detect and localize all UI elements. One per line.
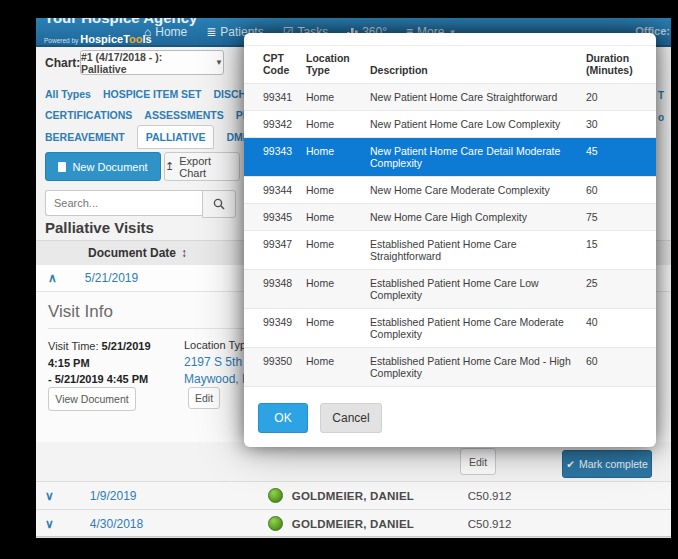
patient-name: GOLDMEIER, DANIEL xyxy=(292,518,468,530)
search-icon xyxy=(213,198,225,210)
visit-row: ∨ 4/30/2018 GOLDMEIER, DANIEL C50.912 xyxy=(36,509,671,537)
home-icon: ⌂ xyxy=(144,25,151,39)
powered-by-label: Powered by xyxy=(44,37,78,44)
document-icon xyxy=(58,162,66,172)
view-document-button[interactable]: View Document xyxy=(48,387,136,411)
status-green-icon xyxy=(268,516,283,531)
tab-hospice-item-set[interactable]: HOSPICE ITEM SET xyxy=(103,88,202,100)
divider xyxy=(48,328,244,329)
visit-date-link[interactable]: 1/9/2019 xyxy=(90,489,202,503)
cancel-button[interactable]: Cancel xyxy=(320,403,382,433)
cpt-row-99349[interactable]: 99349Home Established Patient Home Care … xyxy=(244,309,656,348)
chart-label: Chart: xyxy=(45,56,80,70)
edit-button-lower[interactable]: Edit xyxy=(460,448,496,475)
logo-o-icon: o xyxy=(129,33,136,45)
chevron-down-icon[interactable]: ∨ xyxy=(45,489,54,503)
tab-palliative[interactable]: PALLIATIVE xyxy=(137,125,215,149)
duration-column-header: Duration (Minutes) xyxy=(586,46,656,84)
search-input[interactable] xyxy=(45,190,202,216)
logo-o-icon: o xyxy=(136,33,143,45)
cpt-row-99344[interactable]: 99344Home New Home Care Moderate Complex… xyxy=(244,177,656,204)
diagnosis-code: C50.912 xyxy=(468,490,511,502)
patients-icon: ≣ xyxy=(206,25,216,39)
visit-info-title: Visit Info xyxy=(48,302,113,322)
cpt-code-dialog: CPT Code Location Type Description Durat… xyxy=(244,33,656,447)
nav-item-home[interactable]: ⌂ Home xyxy=(144,25,187,39)
cpt-row-99348[interactable]: 99348Home Established Patient Home Care … xyxy=(244,270,656,309)
edit-button[interactable]: Edit xyxy=(188,387,220,409)
chart-select-dropdown[interactable]: #1 (4/17/2018 - ): Palliative ▼ xyxy=(80,50,224,75)
location-type-column-header: Location Type xyxy=(306,46,370,84)
chart-select-value: #1 (4/17/2018 - ): Palliative xyxy=(81,51,207,75)
sort-icon: ↕ xyxy=(181,246,187,260)
address-line1-link[interactable]: 2197 S 5th a xyxy=(184,355,252,369)
chevron-up-icon[interactable]: ∧ xyxy=(48,271,57,285)
chevron-down-icon[interactable]: ∨ xyxy=(45,517,54,531)
cpt-code-table: CPT Code Location Type Description Durat… xyxy=(244,45,656,386)
document-date-column-header[interactable]: Document Date ↕ xyxy=(88,246,187,260)
cpt-row-99341[interactable]: 99341Home New Patient Home Care Straight… xyxy=(244,84,656,111)
tab-certifications[interactable]: CERTIFICATIONS xyxy=(45,109,132,121)
cpt-row-99343-selected[interactable]: 99343Home New Patient Home Care Detail M… xyxy=(244,138,656,177)
export-icon: ↥ xyxy=(165,160,174,173)
status-green-icon xyxy=(268,488,283,503)
page-title: Palliative Visits xyxy=(45,219,154,236)
tab-bereavement[interactable]: BEREAVEMENT xyxy=(45,131,125,143)
address-line2-link[interactable]: Maywood, IL xyxy=(184,372,252,386)
patient-name: GOLDMEIER, DANIEL xyxy=(292,490,468,502)
cpt-row-99342[interactable]: 99342Home New Patient Home Care Low Comp… xyxy=(244,111,656,138)
cpt-row-99347[interactable]: 99347Home Established Patient Home Care … xyxy=(244,231,656,270)
export-chart-button[interactable]: ↥ Export Chart xyxy=(164,152,240,181)
chevron-down-icon: ▼ xyxy=(215,58,223,67)
app-window: Your Hospice Agency Powered byHospiceToo… xyxy=(36,18,671,538)
covered-text-fragment: o xyxy=(658,112,664,123)
diagnosis-code: C50.912 xyxy=(468,518,511,530)
tab-all-types[interactable]: All Types xyxy=(45,88,91,100)
chart-filter-tabs: All Types HOSPICE ITEM SET DISCHA CERTIF… xyxy=(45,88,265,153)
search-button[interactable] xyxy=(202,190,236,218)
cpt-row-99350[interactable]: 99350Home Established Patient Home Care … xyxy=(244,348,656,387)
footer-strip xyxy=(36,536,671,538)
visit-date-link[interactable]: 5/21/2019 xyxy=(85,271,138,285)
divider xyxy=(244,386,656,387)
visit-row: ∨ 1/9/2019 GOLDMEIER, DANIEL C50.912 xyxy=(36,481,671,509)
visit-time: Visit Time: 5/21/2019 4:15 PM - 5/21/201… xyxy=(48,338,151,388)
cpt-row-99345[interactable]: 99345Home New Home Care High Complexity7… xyxy=(244,204,656,231)
new-document-button[interactable]: New Document xyxy=(45,152,161,181)
cpt-code-column-header: CPT Code xyxy=(244,46,306,84)
check-icon: ✔ xyxy=(566,458,575,470)
ok-button[interactable]: OK xyxy=(258,403,308,433)
mark-complete-button[interactable]: ✔ Mark complete xyxy=(562,450,652,478)
description-column-header: Description xyxy=(370,46,586,84)
visit-date-link[interactable]: 4/30/2018 xyxy=(90,517,202,531)
tab-assessments[interactable]: ASSESSMENTS xyxy=(144,109,223,121)
location-type-label: Location Typ xyxy=(184,339,246,351)
covered-text-fragment: T xyxy=(658,90,664,101)
brand-logo: Powered byHospiceTools xyxy=(44,29,152,47)
